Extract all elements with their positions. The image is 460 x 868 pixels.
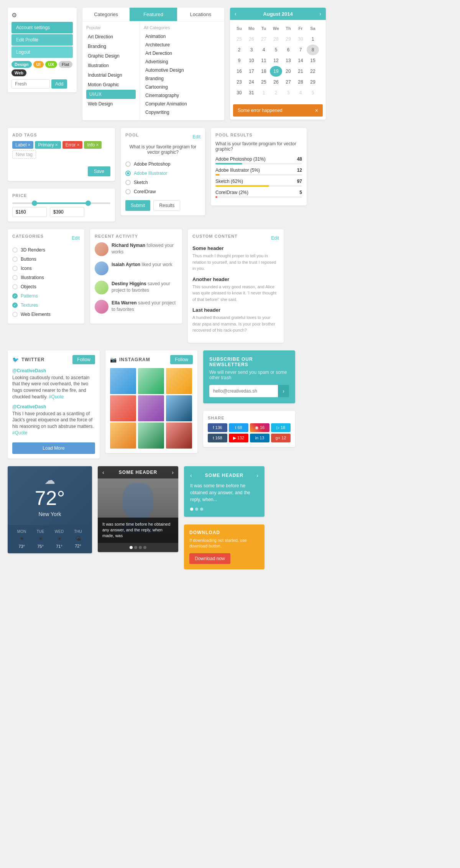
share-linkedin-button[interactable]: in 13 bbox=[250, 434, 269, 442]
checkbox-objects[interactable] bbox=[12, 284, 18, 289]
insta-photo-6[interactable] bbox=[110, 422, 136, 449]
price-max-input[interactable] bbox=[50, 207, 84, 217]
cal-day[interactable]: 26 bbox=[245, 34, 258, 44]
checkbox-textures[interactable]: ✓ bbox=[12, 302, 18, 308]
submit-button[interactable]: Submit bbox=[125, 200, 150, 211]
tag-design[interactable]: Design bbox=[12, 61, 32, 68]
tag-info-badge[interactable]: Info × bbox=[84, 141, 102, 149]
insta-photo-4[interactable] bbox=[138, 395, 164, 421]
save-tags-button[interactable]: Save bbox=[88, 166, 110, 176]
tag-label-badge[interactable]: Label × bbox=[12, 141, 33, 149]
info-dot-1[interactable] bbox=[195, 508, 198, 511]
cal-day[interactable]: 22 bbox=[307, 66, 319, 77]
checkbox-illustrations[interactable] bbox=[12, 275, 18, 280]
load-more-button[interactable]: Load More bbox=[12, 442, 95, 454]
custom-content-edit[interactable]: Edit bbox=[271, 235, 279, 241]
cal-day[interactable]: 31 bbox=[245, 87, 258, 98]
cal-day[interactable]: 5 bbox=[270, 44, 282, 55]
cal-day[interactable]: 10 bbox=[245, 55, 258, 66]
cat-art-derection[interactable]: Art Derection bbox=[144, 49, 220, 58]
cat-copywriting[interactable]: Copywriting bbox=[144, 108, 220, 117]
cat-motion[interactable]: Motion Graphic bbox=[86, 80, 136, 89]
price-slider-right-thumb[interactable] bbox=[85, 201, 91, 206]
twitter-follow-button[interactable]: Follow bbox=[72, 355, 95, 364]
cal-day[interactable]: 11 bbox=[258, 55, 270, 66]
tab-categories[interactable]: Categories bbox=[82, 8, 130, 21]
tag-web[interactable]: Web bbox=[12, 69, 26, 76]
info-dot-0[interactable] bbox=[190, 508, 193, 511]
cat-industrial[interactable]: Industrial Design bbox=[86, 71, 136, 80]
insta-photo-8[interactable] bbox=[166, 422, 192, 449]
share-instagram-button[interactable]: ◉ 16 bbox=[250, 423, 269, 432]
cat-item-illustrations[interactable]: Illustrations bbox=[12, 273, 80, 282]
insta-photo-7[interactable] bbox=[138, 422, 164, 449]
cat-branding-all[interactable]: Branding bbox=[144, 74, 220, 83]
cal-day[interactable]: 27 bbox=[258, 34, 270, 44]
cat-cinematography[interactable]: Cinematography bbox=[144, 91, 220, 100]
cal-day[interactable]: 1 bbox=[307, 34, 319, 44]
cal-day[interactable]: 28 bbox=[270, 34, 282, 44]
share-tumblr-button[interactable]: t 168 bbox=[208, 434, 227, 442]
add-tag-button[interactable]: Add bbox=[51, 79, 67, 89]
cal-day[interactable]: 23 bbox=[233, 77, 245, 87]
checkbox-icons[interactable] bbox=[12, 266, 18, 271]
cal-day[interactable]: 20 bbox=[282, 66, 294, 77]
cal-day[interactable]: 29 bbox=[307, 77, 319, 87]
results-button[interactable]: Results bbox=[153, 200, 180, 211]
cat-graphic-design[interactable]: Graphic Design bbox=[86, 51, 136, 61]
cal-day[interactable]: 29 bbox=[282, 34, 294, 44]
tag-primary-badge[interactable]: Primary × bbox=[35, 141, 61, 149]
checkbox-3d[interactable] bbox=[12, 247, 18, 253]
newsletter-submit-button[interactable]: › bbox=[278, 385, 289, 397]
cal-next-button[interactable]: › bbox=[319, 11, 321, 17]
cal-day[interactable]: 17 bbox=[245, 66, 258, 77]
share-vimeo-button[interactable]: ▷ 18 bbox=[271, 423, 291, 432]
cat-art-direction[interactable]: Art Direction bbox=[86, 32, 136, 41]
cal-day[interactable]: 4 bbox=[258, 44, 270, 55]
cal-day[interactable]: 3 bbox=[282, 87, 294, 98]
cal-day[interactable]: 14 bbox=[294, 55, 307, 66]
share-youtube-button[interactable]: ▶ 132 bbox=[229, 434, 248, 442]
insta-photo-2[interactable] bbox=[166, 368, 192, 394]
tag-new-badge[interactable]: New tag bbox=[12, 150, 36, 159]
price-slider-track[interactable] bbox=[12, 202, 110, 204]
cat-computer-animation[interactable]: Computer Animation bbox=[144, 100, 220, 108]
tag-remove[interactable]: × bbox=[28, 142, 30, 148]
share-twitter-button[interactable]: t 68 bbox=[229, 423, 248, 432]
cal-day[interactable]: 18 bbox=[258, 66, 270, 77]
error-close-button[interactable]: × bbox=[315, 107, 318, 113]
cal-day[interactable]: 8 bbox=[307, 44, 319, 55]
cal-day[interactable]: 3 bbox=[245, 44, 258, 55]
cal-day[interactable]: 1 bbox=[258, 87, 270, 98]
cat-advertising[interactable]: Advertising bbox=[144, 58, 220, 66]
cal-day-today[interactable]: 19 bbox=[270, 66, 282, 77]
cat-item-buttons[interactable]: Buttons bbox=[12, 255, 80, 264]
cal-day[interactable]: 9 bbox=[233, 55, 245, 66]
cal-day[interactable]: 25 bbox=[233, 34, 245, 44]
cal-day[interactable]: 24 bbox=[245, 77, 258, 87]
cal-day[interactable]: 2 bbox=[270, 87, 282, 98]
cal-day[interactable]: 25 bbox=[258, 77, 270, 87]
slider-dot-2[interactable] bbox=[139, 546, 142, 549]
cat-automotive[interactable]: Automotive Design bbox=[144, 66, 220, 74]
cat-illustration[interactable]: Illustration bbox=[86, 61, 136, 70]
categories-list-edit[interactable]: Edit bbox=[72, 235, 80, 241]
cal-day[interactable]: 21 bbox=[294, 66, 307, 77]
cal-day[interactable]: 4 bbox=[294, 87, 307, 98]
cat-animation[interactable]: Animation bbox=[144, 32, 220, 41]
menu-item-profile[interactable]: Edit Profile bbox=[12, 34, 73, 46]
cat-branding[interactable]: Branding bbox=[86, 42, 136, 51]
price-min-input[interactable] bbox=[12, 207, 47, 217]
info-slider-next-button[interactable]: › bbox=[256, 472, 258, 478]
tab-featured[interactable]: Featured bbox=[130, 8, 177, 21]
menu-item-logout[interactable]: Logout bbox=[12, 46, 73, 58]
pool-option-illustrator[interactable]: Adobe Illustrator bbox=[125, 169, 200, 178]
cat-item-textures[interactable]: ✓ Textures bbox=[12, 301, 80, 310]
price-slider-left-thumb[interactable] bbox=[32, 201, 37, 206]
download-button[interactable]: Download now bbox=[189, 553, 230, 564]
slider-dot-0[interactable] bbox=[130, 546, 133, 549]
slider-prev-button[interactable]: ‹ bbox=[102, 469, 104, 475]
pool-option-sketch[interactable]: Sketch bbox=[125, 178, 200, 187]
cal-day[interactable]: 7 bbox=[294, 44, 307, 55]
cal-prev-button[interactable]: ‹ bbox=[235, 11, 237, 17]
